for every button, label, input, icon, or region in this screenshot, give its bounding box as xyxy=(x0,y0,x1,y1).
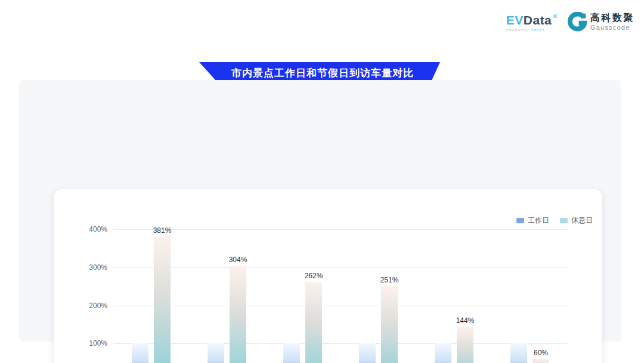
gausscode-g-icon xyxy=(568,12,587,32)
page: EVData✕ SHANGHAI CHINA 高科数聚 Gausscode 市内… xyxy=(0,0,644,363)
evdata-subtitle-china: CHINA xyxy=(531,28,546,32)
y-axis-tick-label: 100% xyxy=(89,339,107,347)
bar-group: 304%上海欢乐谷 xyxy=(189,229,265,363)
bar-column-weekday xyxy=(510,343,527,363)
content-panel: 工作日休息日 0%100%200%300%400%381%辰山植物园304%上海… xyxy=(19,80,621,342)
y-axis-tick-label: 200% xyxy=(89,302,107,310)
legend-label-restday: 休息日 xyxy=(571,216,593,226)
y-axis-tick-label: 400% xyxy=(89,225,107,233)
evdata-x-icon: ✕ xyxy=(552,13,558,20)
bar-restday xyxy=(381,286,398,363)
bar-column-weekday xyxy=(132,343,148,363)
bar-column-restday: 304% xyxy=(230,266,246,363)
bar-group: 251%上海野生动物园 xyxy=(340,229,416,363)
bar-column-restday: 262% xyxy=(305,282,322,363)
bar-weekday xyxy=(208,343,224,363)
bar-column-weekday xyxy=(359,343,376,363)
bar-weekday xyxy=(283,343,300,363)
bar-group: 144%上海迪士尼度假区 xyxy=(416,229,492,363)
evdata-ev-text: EV xyxy=(506,13,524,27)
bar-column-restday: 381% xyxy=(154,236,171,363)
bar-pair: 381% xyxy=(113,236,189,363)
header-logos: EVData✕ SHANGHAI CHINA 高科数聚 Gausscode xyxy=(506,12,634,32)
gausscode-name-en: Gausscode xyxy=(590,24,634,32)
bar-weekday xyxy=(510,343,527,363)
legend-swatch-restday xyxy=(560,218,568,223)
bar-restday xyxy=(457,327,473,363)
bar-restday xyxy=(305,282,322,363)
bar-pair: 262% xyxy=(265,282,340,363)
bar-column-weekday xyxy=(283,343,300,363)
bar-weekday xyxy=(435,343,451,363)
bar-group: 60%国家会展中心(上海) xyxy=(492,229,568,363)
plot-area: 0%100%200%300%400%381%辰山植物园304%上海欢乐谷262%… xyxy=(113,229,568,363)
bar-value-label: 144% xyxy=(456,316,475,325)
bar-weekday xyxy=(359,343,376,363)
page-title: 市内景点工作日和节假日到访车量对比 xyxy=(225,66,414,80)
bar-value-label: 60% xyxy=(534,349,548,357)
bar-weekday xyxy=(132,343,148,363)
evdata-subtitle: SHANGHAI CHINA xyxy=(506,29,545,32)
bar-column-restday: 251% xyxy=(381,286,398,363)
bar-column-weekday xyxy=(208,343,224,363)
bar-restday xyxy=(154,236,171,363)
bar-restday xyxy=(532,359,549,363)
evdata-wordmark: EVData✕ xyxy=(506,13,558,26)
bar-pair: 251% xyxy=(340,286,416,363)
bar-value-label: 381% xyxy=(153,226,172,235)
bar-value-label: 262% xyxy=(305,272,323,280)
evdata-data-text: Data xyxy=(524,13,552,27)
bar-group: 262%广富林 xyxy=(265,229,340,363)
bar-restday xyxy=(230,266,246,363)
bar-pair: 304% xyxy=(189,266,265,363)
bar-pair: 60% xyxy=(492,343,568,363)
bar-column-restday: 144% xyxy=(457,327,473,363)
legend-label-weekday: 工作日 xyxy=(528,216,549,226)
chart-card: 工作日休息日 0%100%200%300%400%381%辰山植物园304%上海… xyxy=(54,189,602,363)
legend-swatch-weekday xyxy=(516,218,524,223)
bar-column-weekday xyxy=(435,343,451,363)
bar-value-label: 304% xyxy=(229,256,247,264)
gausscode-text: 高科数聚 Gausscode xyxy=(590,13,634,31)
evdata-subtitle-shanghai: SHANGHAI xyxy=(506,28,530,32)
bar-pair: 144% xyxy=(416,327,492,363)
gausscode-logo: 高科数聚 Gausscode xyxy=(568,12,634,32)
bar-column-restday: 60% xyxy=(532,359,549,363)
legend-item-restday[interactable]: 休息日 xyxy=(560,216,593,226)
bar-value-label: 251% xyxy=(380,276,399,284)
gausscode-name-cn: 高科数聚 xyxy=(590,13,634,23)
evdata-logo: EVData✕ SHANGHAI CHINA xyxy=(506,13,558,32)
y-axis-tick-label: 300% xyxy=(89,263,107,272)
bar-group: 381%辰山植物园 xyxy=(113,229,189,363)
legend: 工作日休息日 xyxy=(516,216,593,226)
legend-item-weekday[interactable]: 工作日 xyxy=(516,216,549,226)
